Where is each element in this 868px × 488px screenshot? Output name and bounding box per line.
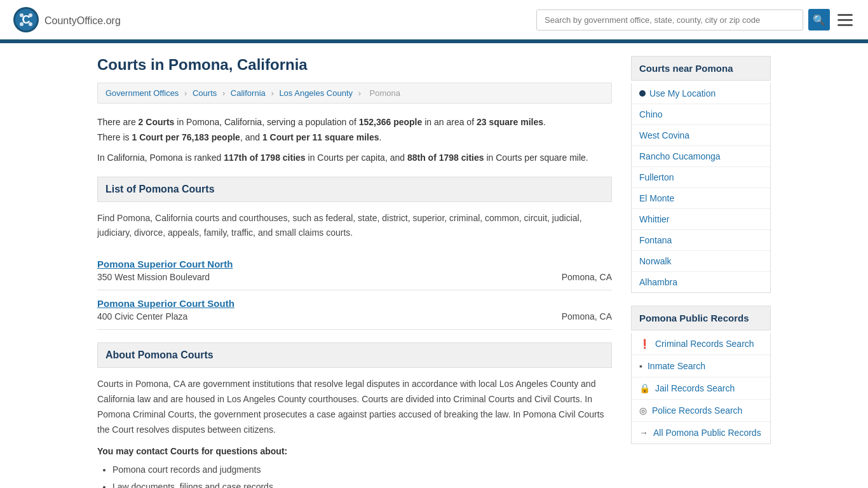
sidebar-item-fullerton[interactable]: Fullerton xyxy=(632,167,770,188)
logo-area: C CountyOffice.org xyxy=(13,6,121,33)
breadcrumb-california[interactable]: California xyxy=(231,88,266,98)
court-city-south: Pomona, CA xyxy=(511,311,612,322)
sidebar-item-west-covina[interactable]: West Covina xyxy=(632,125,770,146)
breadcrumb-pomona: Pomona xyxy=(370,88,400,98)
logo-brand: CountyOffice xyxy=(44,15,103,26)
sidebar-item-el-monte[interactable]: El Monte xyxy=(632,188,770,209)
court-address-south: 400 Civic Center Plaza xyxy=(97,311,511,322)
lock-icon: 🔒 xyxy=(639,383,650,393)
sidebar-item-inmate-search[interactable]: ▪ Inmate Search xyxy=(632,355,770,377)
page-title: Courts in Pomona, California xyxy=(97,56,612,74)
stats-section: There are 2 Courts in Pomona, California… xyxy=(97,115,612,165)
sidebar-item-police-records[interactable]: ◎ Police Records Search xyxy=(632,400,770,422)
public-records-list: ❗ Criminal Records Search ▪ Inmate Searc… xyxy=(631,333,771,444)
nearby-courts-list: Use My Location Chino West Covina Rancho… xyxy=(631,83,771,293)
search-icon: 🔍 xyxy=(813,14,825,26)
sidebar-item-all-public-records[interactable]: → All Pomona Public Records xyxy=(632,422,770,444)
logo-suffix: .org xyxy=(103,15,121,26)
sidebar-item-use-my-location[interactable]: Use My Location xyxy=(632,83,770,104)
inmate-icon: ▪ xyxy=(639,361,642,371)
sidebar-item-fontana[interactable]: Fontana xyxy=(632,230,770,251)
search-area: 🔍 xyxy=(536,9,855,30)
sidebar: Courts near Pomona Use My Location Chino… xyxy=(631,56,771,488)
svg-point-3 xyxy=(20,13,24,17)
about-header: About Pomona Courts xyxy=(97,342,612,368)
sidebar-item-jail-records[interactable]: 🔒 Jail Records Search xyxy=(632,377,770,400)
shield-icon: ◎ xyxy=(639,405,647,416)
sidebar-item-chino[interactable]: Chino xyxy=(632,104,770,125)
breadcrumb-la-county[interactable]: Los Angeles County xyxy=(279,88,353,98)
arrow-icon: → xyxy=(639,428,648,438)
menu-button[interactable] xyxy=(835,11,855,29)
sidebar-item-criminal-records[interactable]: ❗ Criminal Records Search xyxy=(632,333,770,355)
nearby-courts-title: Courts near Pomona xyxy=(631,56,771,81)
court-name-north[interactable]: Pomona Superior Court North xyxy=(97,259,612,269)
logo-text: CountyOffice.org xyxy=(44,13,121,27)
public-records-title: Pomona Public Records xyxy=(631,306,771,330)
court-item-north: Pomona Superior Court North 350 West Mis… xyxy=(97,251,612,290)
main-container: Courts in Pomona, California Government … xyxy=(85,43,783,488)
svg-point-6 xyxy=(29,22,32,26)
court-item-south: Pomona Superior Court South 400 Civic Ce… xyxy=(97,290,612,330)
sidebar-item-whittier[interactable]: Whittier xyxy=(632,209,770,230)
court-list-section: List of Pomona Courts Find Pomona, Calif… xyxy=(97,177,612,330)
sidebar-item-norwalk[interactable]: Norwalk xyxy=(632,251,770,272)
list-item: Law documents, filings and case records xyxy=(112,478,612,488)
contact-list: Pomona court records and judgments Law d… xyxy=(97,461,612,488)
svg-point-5 xyxy=(20,22,24,26)
content: Courts in Pomona, California Government … xyxy=(97,56,612,488)
about-content: Courts in Pomona, CA are government inst… xyxy=(97,377,612,437)
logo-icon: C xyxy=(13,6,39,33)
search-button[interactable]: 🔍 xyxy=(808,9,830,30)
header: C CountyOffice.org 🔍 xyxy=(0,0,868,41)
exclamation-icon: ❗ xyxy=(639,339,650,349)
list-item: Pomona court records and judgments xyxy=(112,461,612,478)
court-address-north: 350 West Mission Boulevard xyxy=(97,272,511,282)
court-list-header: List of Pomona Courts xyxy=(97,177,612,202)
breadcrumb: Government Offices › Courts › California… xyxy=(97,83,612,104)
contact-header: You may contact Courts for questions abo… xyxy=(97,446,612,456)
court-name-south[interactable]: Pomona Superior Court South xyxy=(97,298,612,309)
svg-point-4 xyxy=(29,13,32,17)
breadcrumb-courts[interactable]: Courts xyxy=(193,88,217,98)
public-records-box: Pomona Public Records ❗ Criminal Records… xyxy=(631,306,771,444)
nearby-courts-box: Courts near Pomona Use My Location Chino… xyxy=(631,56,771,293)
sidebar-item-alhambra[interactable]: Alhambra xyxy=(632,272,770,292)
location-icon xyxy=(639,90,646,97)
about-section: About Pomona Courts Courts in Pomona, CA… xyxy=(97,342,612,488)
court-city-north: Pomona, CA xyxy=(511,272,612,282)
sidebar-item-rancho-cucamonga[interactable]: Rancho Cucamonga xyxy=(632,146,770,167)
breadcrumb-govt-offices[interactable]: Government Offices xyxy=(105,88,179,98)
search-input[interactable] xyxy=(536,10,803,30)
court-list-desc: Find Pomona, California courts and court… xyxy=(97,211,612,240)
